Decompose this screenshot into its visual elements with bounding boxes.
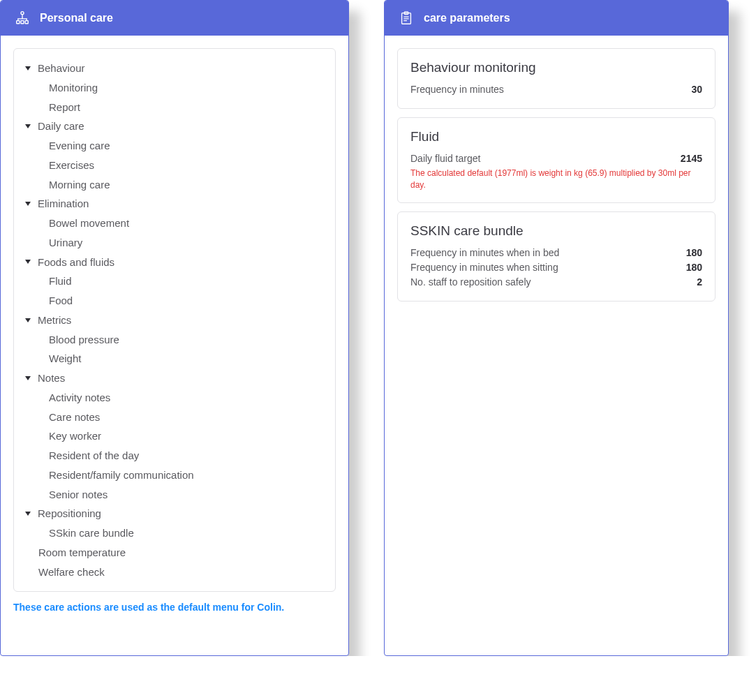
tree-child[interactable]: Urinary xyxy=(22,233,327,253)
tree-parent-label: Notes xyxy=(38,368,65,388)
sitemap-icon xyxy=(15,10,30,26)
tree-parent[interactable]: Repositioning xyxy=(22,504,327,523)
param-row: Frequency in minutes when sitting180 xyxy=(410,260,702,275)
tree-parent-label: Room temperature xyxy=(38,543,126,563)
svg-rect-2 xyxy=(21,21,24,24)
care-parameters-header: care parameters xyxy=(385,1,728,36)
chevron-down-icon xyxy=(25,260,31,264)
param-card-title: SSKIN care bundle xyxy=(410,223,702,239)
svg-rect-1 xyxy=(17,21,20,24)
tree-parent[interactable]: Behaviour xyxy=(22,59,327,78)
tree-parent[interactable]: Metrics xyxy=(22,311,327,330)
care-parameters-body: Behaviour monitoringFrequency in minutes… xyxy=(385,36,728,322)
param-label: Daily fluid target xyxy=(410,151,480,166)
tree-child[interactable]: Bowel movement xyxy=(22,214,327,233)
param-card: Behaviour monitoringFrequency in minutes… xyxy=(397,48,716,109)
tree-child[interactable]: Food xyxy=(22,291,327,311)
param-value: 180 xyxy=(686,246,702,260)
tree-child[interactable]: Activity notes xyxy=(22,388,327,408)
tree-child[interactable]: Monitoring xyxy=(22,78,327,98)
param-label: Frequency in minutes xyxy=(410,82,504,97)
param-value: 180 xyxy=(686,260,702,275)
care-parameters-panel: care parameters Behaviour monitoringFreq… xyxy=(384,0,729,656)
tree-parent-label: Behaviour xyxy=(38,59,85,78)
tree-child[interactable]: Exercises xyxy=(22,156,327,175)
tree-parent-label: Metrics xyxy=(38,311,71,330)
tree-child[interactable]: Senior notes xyxy=(22,485,327,505)
tree-parent-label: Foods and fluids xyxy=(38,253,114,272)
chevron-down-icon xyxy=(25,202,31,206)
tree-child[interactable]: Care notes xyxy=(22,408,327,427)
tree-child[interactable]: Weight xyxy=(22,349,327,368)
footer-note: These care actions are used as the defau… xyxy=(13,602,336,613)
svg-point-0 xyxy=(21,12,24,15)
tree-child[interactable]: Resident/family communication xyxy=(22,466,327,485)
chevron-down-icon xyxy=(25,376,31,380)
tree-child[interactable]: Fluid xyxy=(22,271,327,291)
param-value: 30 xyxy=(691,82,702,97)
personal-care-header: Personal care xyxy=(1,1,348,36)
param-row: Frequency in minutes30 xyxy=(410,82,702,97)
tree-parent[interactable]: Room temperature xyxy=(22,543,327,563)
param-note: The calculated default (1977ml) is weigh… xyxy=(410,167,702,191)
tree-child[interactable]: Blood pressure xyxy=(22,330,327,350)
personal-care-panel: Personal care BehaviourMonitoringReportD… xyxy=(0,0,349,656)
param-value: 2 xyxy=(697,275,702,290)
param-card: SSKIN care bundleFrequency in minutes wh… xyxy=(397,211,716,301)
care-tree: BehaviourMonitoringReportDaily careEveni… xyxy=(13,48,336,592)
tree-parent-label: Elimination xyxy=(38,194,89,214)
param-card-title: Fluid xyxy=(410,129,702,144)
param-card-title: Behaviour monitoring xyxy=(410,60,702,75)
chevron-down-icon xyxy=(25,318,31,322)
tree-child[interactable]: Morning care xyxy=(22,175,327,195)
chevron-down-icon xyxy=(25,66,31,70)
param-row: No. staff to reposition safely2 xyxy=(410,275,702,290)
tree-parent[interactable]: Daily care xyxy=(22,117,327,136)
care-parameters-title: care parameters xyxy=(424,12,510,24)
param-label: No. staff to reposition safely xyxy=(410,275,531,290)
tree-child[interactable]: Report xyxy=(22,98,327,117)
tree-parent-label: Welfare check xyxy=(38,563,105,582)
tree-parent-label: Daily care xyxy=(38,117,84,136)
param-row: Daily fluid target2145 xyxy=(410,151,702,166)
tree-parent[interactable]: Elimination xyxy=(22,194,327,214)
param-card: FluidDaily fluid target2145The calculate… xyxy=(397,117,716,203)
tree-child[interactable]: Key worker xyxy=(22,426,327,446)
tree-parent-label: Repositioning xyxy=(38,504,101,523)
tree-parent[interactable]: Notes xyxy=(22,368,327,388)
param-row: Frequency in minutes when in bed180 xyxy=(410,246,702,260)
tree-parent[interactable]: Foods and fluids xyxy=(22,253,327,272)
tree-child[interactable]: Evening care xyxy=(22,136,327,156)
tree-child[interactable]: Resident of the day xyxy=(22,446,327,466)
param-value: 2145 xyxy=(681,151,702,166)
personal-care-title: Personal care xyxy=(40,12,113,24)
clipboard-icon xyxy=(399,10,414,26)
personal-care-body: BehaviourMonitoringReportDaily careEveni… xyxy=(1,36,348,625)
param-label: Frequency in minutes when in bed xyxy=(410,246,559,260)
svg-rect-3 xyxy=(25,21,28,24)
tree-child[interactable]: SSkin care bundle xyxy=(22,523,327,543)
chevron-down-icon xyxy=(25,124,31,128)
chevron-down-icon xyxy=(25,512,31,516)
param-label: Frequency in minutes when sitting xyxy=(410,260,558,275)
tree-parent[interactable]: Welfare check xyxy=(22,563,327,582)
